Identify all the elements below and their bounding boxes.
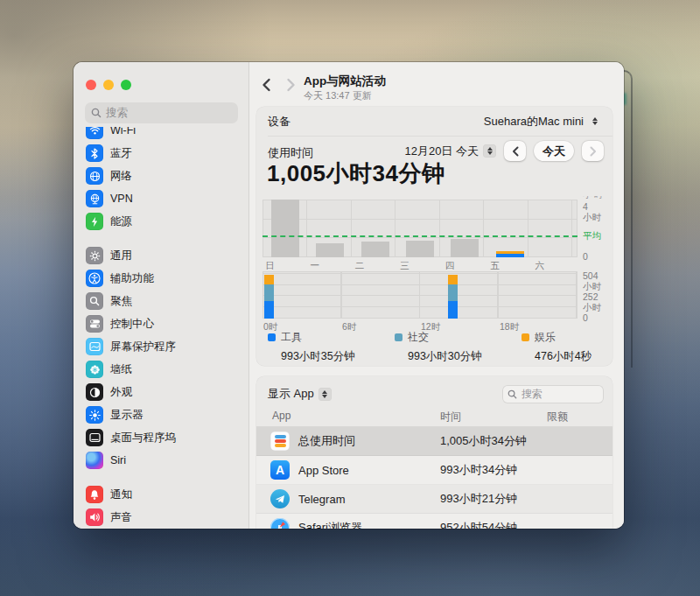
stack-icon: [270, 431, 290, 451]
app-time: 1,005小时34分钟: [440, 433, 527, 449]
week-x-axis: 日一二三四五六: [262, 260, 578, 272]
week-x-tick: 二: [355, 260, 365, 272]
next-day-button[interactable]: [582, 141, 604, 161]
sidebar-item-屏幕保护程序[interactable]: 屏幕保护程序: [80, 335, 242, 358]
show-app-dropdown-value: 显示 App: [268, 386, 314, 402]
legend-label: 娱乐: [535, 330, 556, 345]
sidebar-item-label: 桌面与程序坞: [110, 431, 176, 445]
sidebar-item-聚焦[interactable]: 聚焦: [80, 290, 242, 312]
system-settings-window: 搜索 Wi-Fi蓝牙网络VPN能源通用辅助功能聚焦控制中心屏幕保护程序墙纸外观显…: [74, 62, 624, 529]
show-app-dropdown[interactable]: 显示 App: [268, 386, 332, 402]
average-line: [262, 235, 578, 237]
sidebar-item-显示器[interactable]: 显示器: [80, 403, 242, 426]
sidebar-item-网络[interactable]: 网络: [80, 165, 242, 187]
device-dropdown[interactable]: Suehara的Mac mini: [484, 114, 601, 130]
sidebar-item-墙纸[interactable]: 墙纸: [80, 358, 242, 381]
sidebar-item-辅助功能[interactable]: 辅助功能: [80, 267, 242, 290]
week-x-tick: 六: [536, 260, 545, 272]
sidebar-item-label: Wi-Fi: [110, 127, 136, 137]
minimize-window-button[interactable]: [103, 80, 114, 90]
legend-item-社交: 社交993小时30分钟: [395, 330, 482, 364]
bell-icon: [86, 486, 103, 503]
sidebar-item-label: VPN: [110, 193, 133, 205]
week-bar-五[interactable]: [496, 251, 524, 257]
today-button[interactable]: 今天: [534, 141, 574, 161]
sidebar-item-label: 声音: [110, 510, 132, 525]
sidebar-item-控制中心[interactable]: 控制中心: [80, 312, 242, 335]
week-bar-三[interactable]: [406, 241, 434, 257]
table-row-App Store[interactable]: AApp Store993小时34分钟: [256, 456, 612, 485]
week-chart-plot[interactable]: [262, 200, 578, 257]
legend-label: 工具: [281, 330, 302, 345]
chevron-right-icon: [590, 146, 597, 157]
sidebar-item-外观[interactable]: 外观: [80, 381, 242, 403]
sidebar-item-通知[interactable]: 通知: [80, 483, 242, 506]
apps-toolbar: 显示 App 搜索: [268, 382, 604, 405]
device-dropdown-value: Suehara的Mac mini: [484, 114, 584, 130]
device-label: 设备: [268, 114, 290, 130]
back-button[interactable]: [256, 75, 276, 95]
week-x-tick: 一: [310, 260, 319, 272]
sidebar-item-蓝牙[interactable]: 蓝牙: [80, 142, 242, 165]
week-bar-日[interactable]: [271, 200, 299, 257]
forward-button[interactable]: [281, 75, 300, 95]
device-row: 设备 Suehara的Mac mini: [256, 107, 612, 136]
apps-table: 总使用时间1,005小时34分钟AApp Store993小时34分钟Teleg…: [256, 427, 612, 529]
page-title: App与网站活动: [304, 74, 386, 89]
sidebar-item-能源[interactable]: 能源: [80, 210, 242, 233]
table-row-Safari浏览器[interactable]: Safari浏览器952小时54分钟: [256, 514, 612, 529]
sidebar-item-label: Siri: [110, 454, 126, 466]
column-limit: 限额: [547, 410, 568, 424]
hourly-chart-plot[interactable]: [262, 271, 578, 319]
app-cell: Telegram: [256, 489, 440, 508]
sidebar-item-通用[interactable]: 通用: [80, 244, 242, 267]
accessibility-icon: [86, 270, 103, 287]
chevron-updown-icon: [588, 115, 601, 128]
sidebar-group: 通知声音: [80, 483, 242, 529]
sidebar-item-label: 控制中心: [110, 317, 154, 332]
apps-search-input[interactable]: 搜索: [502, 385, 604, 403]
column-time: 时间: [440, 410, 461, 424]
app-store-icon: A: [270, 460, 290, 480]
wifi-icon: [86, 127, 103, 139]
hour-bar-14[interactable]: [448, 275, 458, 319]
screensaver-icon: [86, 338, 103, 355]
date-dropdown-value: 12月20日 今天: [404, 144, 479, 159]
safari-icon: [270, 518, 290, 529]
legend-item-工具: 工具993小时35分钟: [268, 330, 355, 364]
app-name: Telegram: [298, 493, 345, 506]
app-cell: 总使用时间: [256, 431, 440, 451]
sidebar-item-label: 外观: [110, 385, 132, 400]
sidebar-item-Siri[interactable]: Siri: [80, 449, 242, 472]
telegram-icon: [270, 489, 290, 508]
close-window-button[interactable]: [86, 80, 96, 90]
sidebar-item-VPN[interactable]: VPN: [80, 187, 242, 210]
week-bar-一[interactable]: [316, 243, 344, 258]
chevron-left-icon: [262, 78, 271, 92]
week-bar-二[interactable]: [361, 242, 389, 257]
category-legend: 工具993小时35分钟社交993小时30分钟娱乐476小时4秒: [268, 330, 604, 363]
chevron-updown-icon: [318, 388, 332, 401]
sidebar-search-input[interactable]: 搜索: [85, 102, 238, 123]
sidebar-scroll-area[interactable]: Wi-Fi蓝牙网络VPN能源通用辅助功能聚焦控制中心屏幕保护程序墙纸外观显示器桌…: [74, 127, 248, 529]
table-row-总使用时间[interactable]: 总使用时间1,005小时34分钟: [256, 427, 612, 456]
legend-swatch-icon: [268, 333, 276, 341]
sidebar-item-Wi-Fi[interactable]: Wi-Fi: [80, 127, 242, 142]
magnifier-icon: [86, 292, 103, 310]
zoom-window-button[interactable]: [121, 80, 131, 90]
app-time: 952小时54分钟: [440, 520, 517, 529]
app-name: 总使用时间: [298, 433, 355, 449]
y-tick: 4: [583, 201, 588, 212]
y-tick-zero: 0: [583, 312, 588, 323]
hour-bar-0[interactable]: [264, 275, 274, 319]
table-header: App 时间 限额: [256, 408, 612, 426]
app-name: Safari浏览器: [298, 520, 362, 529]
previous-day-button[interactable]: [504, 141, 526, 161]
sidebar-item-桌面与程序坞[interactable]: 桌面与程序坞: [80, 426, 242, 449]
table-row-Telegram[interactable]: Telegram993小时21分钟: [256, 485, 612, 514]
week-bar-四[interactable]: [451, 239, 479, 257]
toggles-icon: [86, 315, 103, 333]
bluetooth-icon: [86, 144, 103, 162]
sidebar-item-声音[interactable]: 声音: [80, 506, 242, 529]
date-dropdown[interactable]: 12月20日 今天: [404, 144, 496, 159]
